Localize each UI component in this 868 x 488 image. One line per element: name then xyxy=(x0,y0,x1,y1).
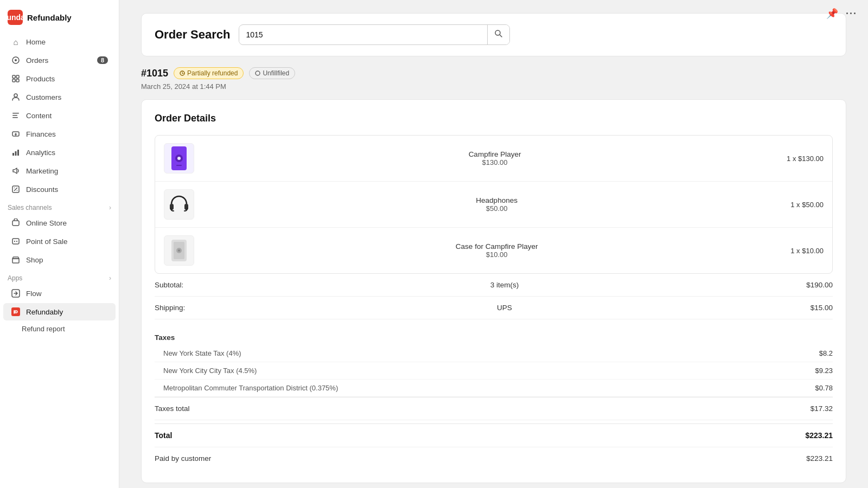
sidebar-item-point-of-sale[interactable]: Point of Sale xyxy=(3,233,116,250)
app-logo[interactable]: Refundably Refundably xyxy=(0,4,119,33)
sales-channels-header[interactable]: Sales channels › xyxy=(0,198,119,214)
shipping-label: Shipping: xyxy=(155,304,220,312)
product-item-case: Case for Campfire Player $10.00 1 x $10.… xyxy=(155,228,832,273)
sidebar-item-discounts[interactable]: Discounts xyxy=(3,181,116,198)
logo-icon: Refundably xyxy=(8,10,23,25)
total-row: Total $223.21 xyxy=(155,423,833,447)
svg-rect-3 xyxy=(16,75,19,78)
subtotal-value: $190.00 xyxy=(789,281,833,289)
svg-rect-18 xyxy=(16,241,17,242)
sidebar-item-label: Finances xyxy=(26,130,56,138)
taxes-total-label: Taxes total xyxy=(155,404,220,413)
order-summary: Subtotal: 3 item(s) $190.00 Shipping: UP… xyxy=(155,274,833,470)
tax-row-ny-state: New York State Tax (4%) $8.2 xyxy=(155,345,833,362)
svg-rect-29 xyxy=(184,204,188,210)
product-name: Case for Campfire Player xyxy=(203,242,790,251)
sidebar-item-shop[interactable]: Shop xyxy=(3,251,116,268)
product-price: $50.00 xyxy=(203,204,790,213)
tax-label: New York City City Tax (4.5%) xyxy=(163,367,815,375)
taxes-total-value: $17.32 xyxy=(789,404,833,413)
taxes-header: Taxes xyxy=(155,326,833,345)
topbar: 📌 ··· xyxy=(815,0,868,27)
svg-rect-4 xyxy=(12,79,15,82)
main-content: 📌 ··· Order Search #1015 Partially refun… xyxy=(119,0,868,488)
shop-icon xyxy=(11,255,21,265)
product-qty: 1 x $10.00 xyxy=(790,247,824,255)
orders-icon xyxy=(11,55,21,65)
sidebar-item-customers[interactable]: Customers xyxy=(3,88,116,106)
svg-rect-27 xyxy=(176,165,182,166)
sidebar-item-refundably[interactable]: Refundably xyxy=(3,303,116,320)
sidebar-item-online-store[interactable]: Online Store xyxy=(3,214,116,232)
svg-rect-12 xyxy=(15,151,17,156)
sidebar-item-home[interactable]: ⌂ Home xyxy=(3,33,116,50)
tax-label: New York State Tax (4%) xyxy=(163,349,819,357)
sidebar-item-content[interactable]: Content xyxy=(3,107,116,124)
search-button[interactable] xyxy=(487,25,509,44)
svg-point-1 xyxy=(15,59,17,61)
svg-point-6 xyxy=(14,94,17,97)
sidebar-item-label: Orders xyxy=(26,56,48,65)
product-qty: 1 x $50.00 xyxy=(790,201,824,209)
tax-label: Metropolitan Commuter Transportation Dis… xyxy=(163,384,815,392)
search-title: Order Search xyxy=(155,28,230,42)
product-qty: 1 x $130.00 xyxy=(787,155,824,163)
svg-point-21 xyxy=(495,30,500,35)
sidebar: Refundably Refundably ⌂ Home Orders 8 Pr… xyxy=(0,0,119,488)
svg-point-26 xyxy=(177,157,181,160)
home-icon: ⌂ xyxy=(11,37,21,47)
svg-rect-8 xyxy=(12,115,17,116)
sidebar-item-label: Refundably xyxy=(26,308,63,316)
product-item-headphones: Headphones $50.00 1 x $50.00 xyxy=(155,182,832,228)
sidebar-item-label: Marketing xyxy=(26,167,58,175)
order-date: March 25, 2024 at 1:44 PM xyxy=(141,82,846,91)
sidebar-item-label: Home xyxy=(26,38,46,46)
discounts-icon xyxy=(11,184,21,194)
sidebar-item-label: Products xyxy=(26,75,55,83)
sidebar-item-products[interactable]: Products xyxy=(3,70,116,87)
search-input-wrapper xyxy=(239,24,510,45)
sidebar-item-flow[interactable]: Flow xyxy=(3,285,116,302)
svg-rect-9 xyxy=(12,117,18,118)
online-store-icon xyxy=(11,218,21,228)
sidebar-item-analytics[interactable]: Analytics xyxy=(3,144,116,161)
product-name: Campfire Player xyxy=(203,150,787,158)
sidebar-item-label: Content xyxy=(26,112,52,120)
svg-rect-17 xyxy=(14,241,15,242)
subtotal-items: 3 item(s) xyxy=(220,281,789,289)
apps-header[interactable]: Apps › xyxy=(0,269,119,284)
svg-rect-2 xyxy=(12,75,15,78)
campfire-player-thumbnail xyxy=(164,143,194,174)
sidebar-item-orders[interactable]: Orders 8 xyxy=(3,52,116,69)
order-details-card: Order Details Campfire Player $130.00 xyxy=(141,99,846,483)
customers-icon xyxy=(11,92,21,102)
shipping-row: Shipping: UPS $15.00 xyxy=(155,297,833,319)
more-icon[interactable]: ··· xyxy=(846,8,857,20)
sidebar-item-label: Point of Sale xyxy=(26,237,68,246)
sidebar-item-label: Discounts xyxy=(26,185,58,194)
tax-row-nyc: New York City City Tax (4.5%) $9.23 xyxy=(155,362,833,380)
product-list: Campfire Player $130.00 1 x $130.00 xyxy=(155,135,833,274)
products-icon xyxy=(11,74,21,84)
sidebar-sub-item-refund-report[interactable]: Refund report xyxy=(3,322,116,336)
case-info: Case for Campfire Player $10.00 xyxy=(203,242,790,259)
search-input[interactable] xyxy=(239,26,487,43)
paid-label: Paid by customer xyxy=(155,454,806,463)
sidebar-item-label: Online Store xyxy=(26,219,67,227)
pin-icon[interactable]: 📌 xyxy=(826,8,838,20)
pos-icon xyxy=(11,236,21,246)
order-details-title: Order Details xyxy=(155,113,833,124)
svg-rect-16 xyxy=(12,239,19,244)
tax-value: $8.2 xyxy=(819,349,833,357)
flow-icon xyxy=(11,288,21,298)
sidebar-item-marketing[interactable]: Marketing xyxy=(3,162,116,179)
svg-rect-15 xyxy=(12,221,19,226)
apps-label: Apps xyxy=(8,274,22,282)
subtotal-label: Subtotal: xyxy=(155,281,220,289)
order-id: #1015 xyxy=(141,68,168,79)
product-price: $130.00 xyxy=(203,158,787,166)
chevron-right-icon: › xyxy=(109,204,111,211)
sidebar-item-finances[interactable]: Finances xyxy=(3,125,116,143)
sidebar-item-label: Flow xyxy=(26,290,42,298)
orders-badge: 8 xyxy=(97,56,108,64)
